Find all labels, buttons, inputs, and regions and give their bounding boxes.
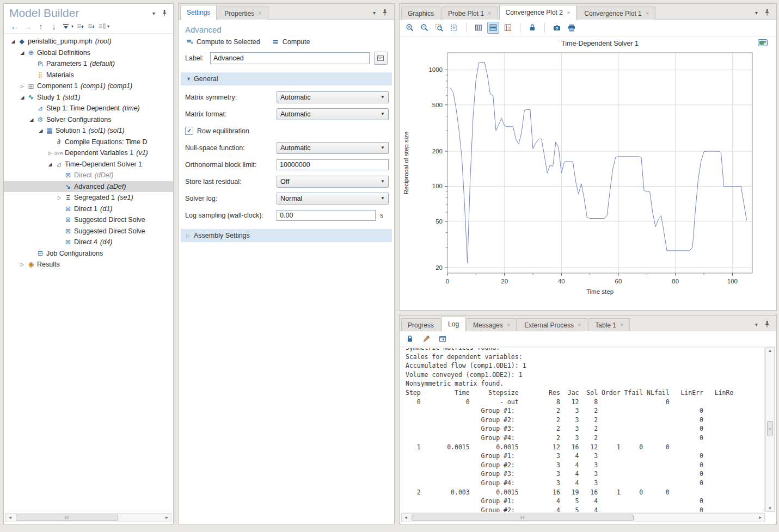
tree-item-dependent-variables-1[interactable]: ▷uvwDependent Variables 1(v1) [4, 147, 173, 159]
tree-expander-expanded-icon[interactable]: ◢ [9, 39, 17, 44]
tree-item-step-1-time-dependent[interactable]: ⊿Step 1: Time Dependent(time) [4, 103, 173, 114]
plot-first-axis-icon[interactable]: 1 [502, 22, 514, 34]
log-output[interactable]: Symmetric matrices found. Scales for dep… [402, 348, 765, 512]
compute-button[interactable]: Compute [271, 38, 310, 46]
row-equilibration-checkbox[interactable]: ✓ [185, 127, 193, 135]
graphics-tab-convergence-plot-2[interactable]: Convergence Plot 2× [499, 5, 577, 20]
keep-log-icon[interactable] [404, 333, 416, 345]
settings-tab-settings[interactable]: Settings [180, 5, 217, 20]
tab-close-icon[interactable]: × [258, 10, 261, 16]
tab-close-icon[interactable]: × [507, 322, 510, 328]
back-arrow-icon[interactable]: ← [9, 22, 20, 31]
graphics-tab-convergence-plot-1[interactable]: Convergence Plot 1× [578, 7, 655, 20]
tree-item-time-dependent-solver-1[interactable]: ◢⊿Time-Dependent Solver 1 [4, 159, 173, 170]
tree-item-study-1[interactable]: ◢∿Study 1(std1) [4, 92, 173, 103]
tree-item-parameters-1[interactable]: PᵢParameters 1(default) [4, 58, 173, 70]
log-tab-progress[interactable]: Progress [401, 318, 440, 331]
tree-expander-collapsed-icon[interactable]: ▷ [56, 195, 63, 200]
label-input[interactable] [210, 52, 370, 64]
log-tab-messages[interactable]: Messages× [467, 318, 517, 331]
scrollbar-thumb[interactable]: ⦀⦀ [16, 515, 118, 521]
log-horizontal-scrollbar[interactable]: ◄ ► ⦀⦀ [401, 513, 765, 522]
graphics-tab-probe-plot-1[interactable]: Probe Plot 1× [441, 7, 498, 20]
clear-log-icon[interactable] [420, 333, 432, 345]
tree-item-global-definitions[interactable]: ◢⊕Global Definitions [4, 47, 173, 59]
tabstrip-menu-chevron-icon[interactable]: ▾ [373, 10, 376, 16]
select-matrix-format[interactable]: Automatic▼ [277, 108, 389, 120]
select-null-space-function[interactable]: Automatic▼ [277, 142, 389, 154]
tree-item-advanced[interactable]: ↘Advanced(aDef) [4, 181, 173, 193]
scroll-right-arrow-icon[interactable]: ► [163, 515, 171, 520]
scroll-left-arrow-icon[interactable]: ◄ [402, 515, 410, 520]
open-in-new-window-icon[interactable] [437, 333, 449, 345]
pin-icon[interactable] [381, 8, 389, 17]
zoom-out-icon[interactable] [419, 22, 431, 34]
tree-expander-collapsed-icon[interactable]: ▷ [19, 84, 26, 89]
tab-close-icon[interactable]: × [620, 322, 623, 328]
tree-item-direct-4[interactable]: ⊠Direct 4(d4) [4, 237, 173, 248]
section-general[interactable]: ▼ General [181, 72, 392, 85]
plot-vertical-bars-icon[interactable] [473, 22, 484, 34]
move-up-arrow-icon[interactable]: ↑ [35, 22, 46, 31]
tab-close-icon[interactable]: × [567, 10, 570, 16]
scroll-right-arrow-icon[interactable]: ► [756, 515, 764, 520]
select-solver-log[interactable]: Normal▼ [277, 193, 389, 205]
lock-axes-icon[interactable] [526, 22, 538, 34]
collapse-all-icon[interactable] [76, 22, 84, 31]
model-builder-horizontal-scrollbar[interactable]: ◄ ► ⦀⦀ [5, 513, 171, 522]
pin-icon[interactable] [763, 320, 771, 329]
show-label-button[interactable] [374, 52, 388, 65]
tree-item-direct[interactable]: ⊠Direct(dDef) [4, 170, 173, 181]
tree-item-suggested-direct-solve[interactable]: ⊠Suggested Direct Solve [4, 214, 173, 226]
tree-item-component-1[interactable]: ▷⊞Component 1(comp1) (comp1) [4, 81, 173, 92]
log-tab-table-1[interactable]: Table 1× [588, 318, 630, 331]
panel-menu-chevron-icon[interactable]: ▾ [152, 10, 155, 16]
log-tab-log[interactable]: Log [441, 317, 465, 331]
tree-item-segregated-1[interactable]: ▷ΞSegregated 1(se1) [4, 192, 173, 203]
plot-image-icon[interactable] [758, 39, 768, 48]
tab-close-icon[interactable]: × [578, 322, 581, 328]
tree-expander-expanded-icon[interactable]: ◢ [28, 117, 35, 122]
tree-expander-expanded-icon[interactable]: ◢ [37, 128, 45, 133]
input-orthonormal-block-limit[interactable] [277, 159, 389, 170]
tree-item-results[interactable]: ▷◉Results [4, 259, 173, 270]
tree-expander-expanded-icon[interactable]: ◢ [19, 95, 26, 100]
tab-close-icon[interactable]: × [646, 10, 649, 16]
select-matrix-symmetry[interactable]: Automatic▼ [277, 91, 389, 103]
compute-to-selected-button[interactable]: Compute to Selected [185, 38, 260, 46]
snapshot-icon[interactable] [551, 22, 563, 34]
tree-expander-collapsed-icon[interactable]: ▷ [19, 262, 26, 267]
tree-expander-expanded-icon[interactable]: ◢ [46, 162, 54, 167]
forward-arrow-icon[interactable]: → [22, 22, 33, 31]
tree-item-job-configurations[interactable]: ⊟Job Configurations [4, 248, 173, 259]
scrollbar-thumb[interactable]: ≡ [767, 421, 773, 436]
zoom-box-icon[interactable] [433, 22, 445, 34]
move-down-arrow-icon[interactable]: ↓ [48, 22, 59, 31]
tabstrip-menu-chevron-icon[interactable]: ▾ [755, 321, 758, 327]
tree-expander-collapsed-icon[interactable]: ▷ [46, 151, 54, 156]
expand-all-icon[interactable] [87, 22, 95, 31]
zoom-extents-icon[interactable] [448, 22, 460, 34]
log-tab-external-process[interactable]: External Process× [518, 318, 587, 331]
log-vertical-scrollbar[interactable]: ▲ ▼ ≡ [765, 347, 775, 512]
tabstrip-menu-chevron-icon[interactable]: ▾ [755, 10, 758, 16]
select-store-last-residual[interactable]: Off▼ [277, 176, 389, 188]
scrollbar-thumb[interactable]: ⦀⦀ [412, 515, 634, 521]
graphics-tab-graphics[interactable]: Graphics [401, 7, 440, 20]
print-icon[interactable] [566, 22, 578, 34]
plot-horizontal-rows-icon[interactable] [487, 22, 499, 34]
pin-icon[interactable] [763, 8, 771, 17]
scroll-down-arrow-icon[interactable]: ▼ [766, 506, 774, 511]
tree-item-materials[interactable]: ⣿Materials [4, 70, 173, 81]
go-to-node-icon[interactable] [97, 22, 106, 31]
tree-item-solver-configurations[interactable]: ◢⚙Solver Configurations [4, 114, 173, 126]
settings-tab-properties[interactable]: Properties× [218, 7, 268, 20]
tree-expander-expanded-icon[interactable]: ◢ [19, 50, 26, 55]
tree-item-suggested-direct-solve[interactable]: ⊠Suggested Direct Solve [4, 226, 173, 237]
go-to-node-chevron-icon[interactable]: ▾ [107, 24, 109, 29]
input-log-sampling-wall-clock[interactable] [277, 210, 376, 221]
tree-item-solution-1[interactable]: ◢▦Solution 1(sol1) (sol1) [4, 125, 173, 137]
tab-close-icon[interactable]: × [488, 10, 491, 16]
pin-icon[interactable] [160, 9, 169, 17]
zoom-in-icon[interactable] [404, 22, 416, 34]
